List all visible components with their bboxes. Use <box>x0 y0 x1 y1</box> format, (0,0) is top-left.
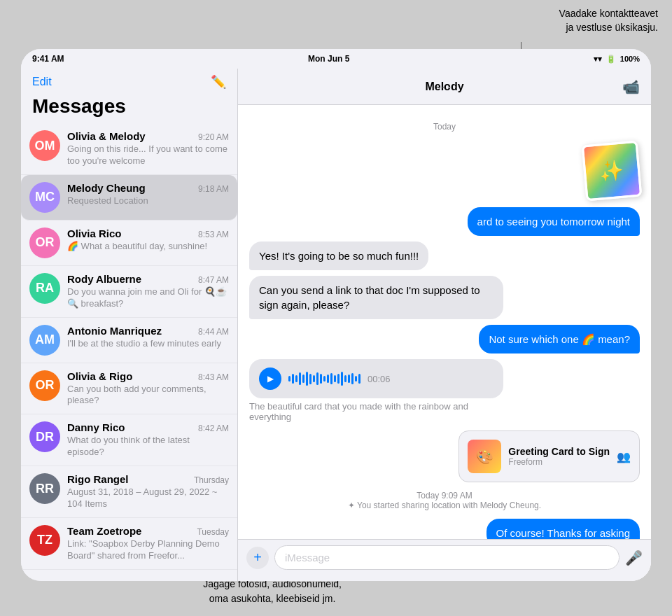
conv-time: 9:18 AM <box>198 184 229 194</box>
ipad-screen: 9:41 AM Mon Jun 5 ▾▾ 🔋 100% Edit ✏️ Mess… <box>21 49 651 581</box>
waveform-bar <box>309 374 312 384</box>
play-button[interactable]: ▶ <box>259 368 281 390</box>
chat-input-area: + iMessage 🎤 <box>238 539 651 581</box>
avatar: MC <box>29 182 60 213</box>
message-bubble: Of course! Thanks for asking <box>486 519 640 539</box>
conv-content: Olivia & Rigo 8:43 AM Can you both add y… <box>67 370 229 407</box>
avatar: RA <box>29 273 60 304</box>
greeting-thumbnail: 🎨 <box>468 440 501 473</box>
greeting-info: Greeting Card to Sign Freeform <box>508 446 610 467</box>
conv-time: 9:20 AM <box>198 132 229 142</box>
waveform-bar <box>341 372 343 386</box>
message-input[interactable]: iMessage <box>274 545 620 570</box>
avatar: OR <box>29 227 60 258</box>
avatar: OR <box>29 370 60 401</box>
conversation-item-9[interactable]: TZ Team Zoetrope Tuesday Link: "Soapbox … <box>21 518 237 570</box>
status-bar: 9:41 AM Mon Jun 5 ▾▾ 🔋 100% <box>21 49 651 69</box>
waveform-bar <box>299 372 301 385</box>
message-row: Can you send a link to that doc I'm supp… <box>249 276 640 319</box>
conv-header: Melody Cheung 9:18 AM <box>67 182 229 194</box>
conv-header: Rigo Rangel Thursday <box>67 473 229 485</box>
audio-bubble[interactable]: ▶ 00:06 <box>249 359 503 398</box>
conv-time: 8:53 AM <box>198 230 229 239</box>
conv-preview: August 31, 2018 – August 29, 2022 ~ 104 … <box>67 486 229 510</box>
conv-name: Rigo Rangel <box>67 473 129 485</box>
conv-name: Olivia Rico <box>67 227 122 239</box>
photo-thumbnail: ✨ <box>582 141 643 202</box>
waveform-bar <box>288 376 290 382</box>
conv-preview: 🌈 What a beautiful day, sunshine! <box>67 241 229 253</box>
message-row: Not sure which one 🌈 mean? <box>249 325 640 354</box>
conv-header: Olivia & Rigo 8:43 AM <box>67 370 229 382</box>
conversation-item-6[interactable]: OR Olivia & Rigo 8:43 AM Can you both ad… <box>21 363 237 415</box>
waveform-bar <box>348 374 350 383</box>
message-row: ard to seeing you tomorrow night <box>249 207 640 236</box>
conv-time: 8:42 AM <box>198 424 229 433</box>
conv-preview: Do you wanna join me and Oli for 🍳☕🔍 bre… <box>67 286 229 310</box>
avatar: AM <box>29 325 60 356</box>
conv-content: Danny Rico 8:42 AM What do you think of … <box>67 421 229 458</box>
battery-icon: 🔋 <box>606 55 616 64</box>
more-dots[interactable]: ··· <box>435 78 454 94</box>
waveform-bar <box>302 374 304 383</box>
conv-content: Antonio Manriquez 8:44 AM I'll be at the… <box>67 325 229 350</box>
waveform-bar <box>327 374 329 383</box>
date-label: Today <box>249 122 640 132</box>
waveform-bar <box>330 373 332 384</box>
add-attachments-button[interactable]: + <box>246 547 269 569</box>
conversation-item-5[interactable]: AM Antonio Manriquez 8:44 AM I'll be at … <box>21 318 237 363</box>
sidebar-title: Messages <box>21 92 237 123</box>
conv-content: Rody Albuerne 8:47 AM Do you wanna join … <box>67 273 229 310</box>
message-row: Of course! Thanks for asking <box>249 519 640 539</box>
microphone-icon[interactable]: 🎤 <box>625 550 643 566</box>
conv-time: 8:44 AM <box>198 327 229 337</box>
conv-name: Team Zoetrope <box>67 525 141 537</box>
waveform-bar <box>337 374 340 384</box>
edit-button[interactable]: Edit <box>32 76 52 88</box>
message-row: Yes! It's going to be so much fun!!! <box>249 241 640 270</box>
messages-sidebar: Edit ✏️ Messages OM Olivia & Melody 9:20… <box>21 69 238 581</box>
status-date: Mon Jun 5 <box>308 54 349 64</box>
greeting-subtitle: Freeform <box>508 457 610 467</box>
conv-content: Olivia Rico 8:53 AM 🌈 What a beautiful d… <box>67 227 229 253</box>
battery-label: 100% <box>620 55 640 63</box>
video-call-icon[interactable]: 📹 <box>622 78 640 95</box>
message-bubble: Yes! It's going to be so much fun!!! <box>249 241 428 270</box>
greeting-title: Greeting Card to Sign <box>508 446 610 457</box>
conv-header: Antonio Manriquez 8:44 AM <box>67 325 229 337</box>
waveform-bar <box>292 374 294 384</box>
audio-duration: 00:06 <box>368 374 391 384</box>
top-annotation: Vaadake kontaktteavet ja vestluse üksika… <box>559 7 658 34</box>
conv-header: Team Zoetrope Tuesday <box>67 525 229 537</box>
conversation-item-2[interactable]: MC Melody Cheung 9:18 AM Requested Locat… <box>21 175 237 220</box>
conv-header: Olivia Rico 8:53 AM <box>67 227 229 239</box>
waveform-bar <box>358 374 360 384</box>
conv-content: Melody Cheung 9:18 AM Requested Location <box>67 182 229 207</box>
conv-name: Olivia & Melody <box>67 130 146 142</box>
conv-content: Team Zoetrope Tuesday Link: "Soapbox Der… <box>67 525 229 562</box>
avatar: TZ <box>29 525 60 556</box>
wifi-icon: ▾▾ <box>594 55 602 64</box>
conv-time: 8:43 AM <box>198 372 229 382</box>
status-right: ▾▾ 🔋 100% <box>594 55 640 64</box>
waveform-bar <box>295 375 298 382</box>
status-time: 9:41 AM <box>32 54 64 64</box>
conv-content: Olivia & Melody 9:20 AM Going on this ri… <box>67 130 229 167</box>
conversation-item-7[interactable]: DR Danny Rico 8:42 AM What do you think … <box>21 414 237 466</box>
waveform-bar <box>313 375 315 382</box>
conversation-item-4[interactable]: RA Rody Albuerne 8:47 AM Do you wanna jo… <box>21 266 237 318</box>
conversation-list: OM Olivia & Melody 9:20 AM Going on this… <box>21 123 237 581</box>
conversation-item-3[interactable]: OR Olivia Rico 8:53 AM 🌈 What a beautifu… <box>21 220 237 266</box>
compose-button[interactable]: ✏️ <box>211 74 226 90</box>
conv-time: 8:47 AM <box>198 275 229 285</box>
waveform-bar <box>334 375 336 382</box>
greeting-card[interactable]: 🎨 Greeting Card to Sign Freeform 👥 <box>458 430 640 482</box>
waveform-bar <box>316 372 318 385</box>
waveform-bar <box>351 373 354 384</box>
waveform-bar <box>306 372 308 386</box>
conversation-item-1[interactable]: OM Olivia & Melody 9:20 AM Going on this… <box>21 123 237 175</box>
waveform-bar <box>344 375 346 382</box>
message-bubble: ard to seeing you tomorrow night <box>468 207 640 236</box>
conv-header: Olivia & Melody 9:20 AM <box>67 130 229 142</box>
conversation-item-8[interactable]: RR Rigo Rangel Thursday August 31, 2018 … <box>21 466 237 518</box>
